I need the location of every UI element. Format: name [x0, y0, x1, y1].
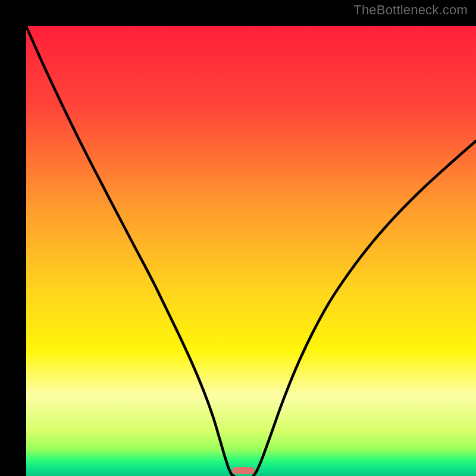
chart-svg [26, 26, 476, 476]
attribution-label: TheBottleneck.com [353, 2, 468, 18]
chart-frame [13, 13, 463, 463]
optimal-marker [232, 467, 255, 474]
plot-area [26, 26, 476, 476]
gradient-background [26, 26, 476, 476]
